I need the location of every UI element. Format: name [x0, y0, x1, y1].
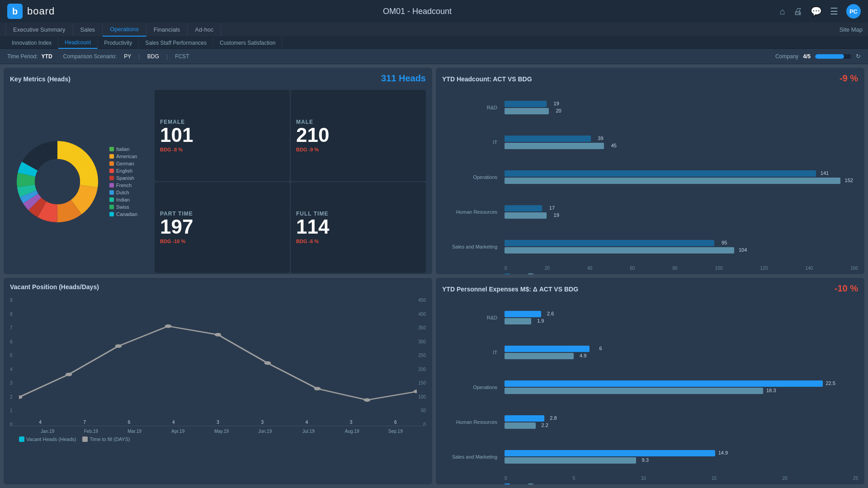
menu-icon[interactable]: ☰ — [830, 6, 838, 17]
hbar-label: Sales and Marketing — [442, 454, 501, 460]
ytd-headcount-chart: R&D 19 20 IT — [442, 90, 858, 273]
legend-spanish: Spanish — [109, 175, 150, 181]
legend-label-english: English — [116, 168, 132, 174]
legend-dot-italian — [109, 147, 114, 151]
hbar-label: Human Resources — [442, 419, 501, 425]
legend-label-dutch: Dutch — [116, 190, 129, 195]
comparison-group: Comparison Scenario: PY | BDG | FCST — [63, 53, 193, 60]
time-period-label: Time Period: — [7, 53, 38, 60]
hbar-label: Sales and Marketing — [442, 244, 501, 249]
legend-dot-dutch — [109, 190, 114, 195]
line-chart-svg — [19, 298, 417, 426]
part-time-bdg-pct: -10 % — [173, 239, 186, 244]
subnav-productivity[interactable]: Productivity — [98, 37, 139, 49]
time-period-value[interactable]: YTD — [42, 53, 52, 60]
hbar-label: Operations — [442, 174, 501, 180]
nav-executive-summary[interactable]: Executive Summary — [5, 23, 73, 37]
legend-dot-english — [109, 169, 114, 173]
svg-point-20 — [414, 389, 417, 393]
bar-group-8: 6 — [374, 420, 417, 426]
hbar-row-sales-and-marketing: Sales and Marketing 95 104 — [442, 240, 858, 253]
legend-dutch: Dutch — [109, 190, 150, 195]
personnel-expenses-title: YTD Personnel Expenses M$: Δ ACT VS BDG — [442, 286, 578, 293]
hbar-row-sales-and-marketing: Sales and Marketing 14.9 9.3 — [442, 450, 858, 464]
ytd-headcount-panel: YTD Headcount: ACT VS BDG -9 % R&D 19 20 — [436, 68, 864, 274]
stats-area: FEMALE 101 BDG -8 % MALE 210 BDG -9 % — [155, 90, 426, 273]
subnav-customers[interactable]: Customers Satisfaction — [213, 37, 282, 49]
svg-point-12 — [19, 395, 22, 399]
legend-indian: Indian — [109, 197, 150, 202]
bar-group-7: 3 — [330, 420, 373, 426]
vacant-title: Vacant Position (Heads/Days) — [10, 283, 99, 291]
comparison-bdg[interactable]: BDG — [144, 53, 163, 60]
svg-point-18 — [314, 387, 321, 390]
stat-part-time: PART TIME 197 BDG -10 % — [155, 182, 290, 273]
legend-canadian: Canadian — [109, 211, 150, 217]
stat-male: MALE 210 BDG -9 % — [291, 90, 426, 181]
female-bdg: BDG -8 % — [160, 147, 284, 152]
nav-sales[interactable]: Sales — [73, 23, 103, 37]
print-icon[interactable]: 🖨 — [793, 6, 802, 17]
subnav-innovation[interactable]: Innovation Index — [5, 37, 58, 49]
bar-group-0: 4 — [19, 420, 61, 426]
hbar-label: IT — [442, 140, 501, 145]
legend-dot-canadian — [109, 212, 114, 216]
month-label: Feb.19 — [70, 429, 112, 434]
month-label: Jun.19 — [244, 429, 286, 434]
bar-group-3: 4 — [152, 420, 195, 426]
donut-chart — [14, 139, 100, 225]
legend-swiss: Swiss — [109, 204, 150, 210]
chat-icon[interactable]: 💬 — [811, 6, 822, 17]
legend-american: American — [109, 154, 150, 159]
legend-dot-french — [109, 183, 114, 188]
bar-group-2: 6 — [108, 420, 150, 426]
hbar-row-r&d: R&D 19 20 — [442, 101, 858, 114]
home-icon[interactable]: ⌂ — [780, 6, 785, 17]
comparison-py[interactable]: PY — [120, 53, 135, 60]
avatar[interactable]: PC — [846, 4, 861, 19]
legend-german: German — [109, 161, 150, 166]
vacant-panel: Vacant Position (Heads/Days) 01234567890… — [4, 278, 432, 484]
legend-dot-american — [109, 154, 114, 159]
hbar-row-human-resources: Human Resources 17 19 — [442, 205, 858, 219]
bar-group-4: 3 — [197, 420, 239, 426]
hbar-label: R&D — [442, 315, 501, 320]
ytd-headcount-title: YTD Headcount: ACT VS BDG — [442, 75, 532, 83]
part-time-value: 197 — [160, 217, 284, 237]
male-bdg-pct: -9 % — [309, 147, 319, 152]
hbar-label: IT — [442, 350, 501, 355]
board-logo-icon[interactable]: b — [7, 4, 23, 19]
top-bar: b board OM01 - Headcount ⌂ 🖨 💬 ☰ PC — [0, 0, 868, 23]
legend-label-spanish: Spanish — [116, 175, 134, 181]
svg-point-14 — [115, 344, 122, 348]
legend-label-french: French — [116, 183, 132, 188]
male-bdg: BDG -9 % — [296, 147, 420, 152]
hbar-row-human-resources: Human Resources 2.8 2.2 — [442, 415, 858, 429]
legend-french: French — [109, 183, 150, 188]
key-metrics-body: Italian American German English Spanish — [10, 90, 426, 273]
navbar: Executive Summary Sales Operations Finan… — [0, 23, 868, 37]
nav-adhoc[interactable]: Ad-hoc — [188, 23, 221, 37]
site-map[interactable]: Site Map — [840, 26, 863, 33]
progress-bar — [815, 54, 851, 59]
personnel-expenses-header: YTD Personnel Expenses M$: Δ ACT VS BDG … — [442, 283, 858, 296]
month-label: Aug.19 — [331, 429, 373, 434]
vacant-header: Vacant Position (Heads/Days) — [10, 283, 426, 294]
subnav-sales-staff[interactable]: Sales Staff Performances — [139, 37, 213, 49]
hbar-label: R&D — [442, 105, 501, 110]
svg-point-13 — [66, 373, 72, 376]
month-label: Jul.19 — [287, 429, 330, 434]
nav-financials[interactable]: Financials — [146, 23, 188, 37]
refresh-icon[interactable]: ↻ — [856, 53, 861, 60]
hbar-row-operations: Operations 141 152 — [442, 170, 858, 184]
comparison-label: Comparison Scenario: — [63, 53, 117, 60]
vacant-chart: 0123456789050100150200250300350400450 4 … — [10, 298, 426, 477]
stat-full-time: FULL TIME 114 BDG -6 % — [291, 182, 426, 273]
hbar-label: Human Resources — [442, 209, 501, 215]
comparison-fcst[interactable]: FCST — [171, 53, 193, 60]
nav-operations[interactable]: Operations — [103, 23, 146, 37]
subnav-headcount[interactable]: Headcount — [58, 37, 98, 49]
legend-italian: Italian — [109, 146, 150, 152]
hbar-row-operations: Operations 22.5 18.3 — [442, 380, 858, 394]
legend-label-canadian: Canadian — [116, 211, 137, 217]
